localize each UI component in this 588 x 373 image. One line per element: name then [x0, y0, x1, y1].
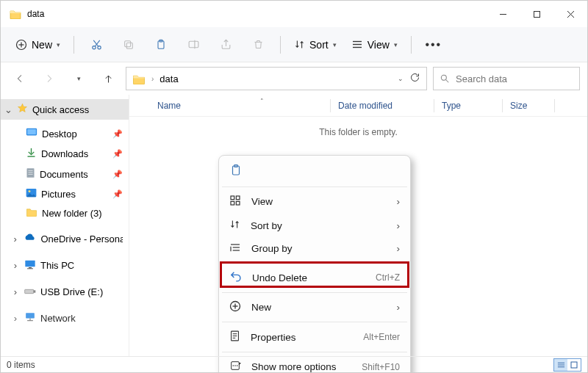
maximize-button[interactable] [520, 1, 553, 27]
context-menu-label: Sort by [251, 220, 387, 231]
chevron-right-icon: › [11, 260, 20, 271]
sidebar-item-label: Documents [40, 169, 88, 180]
context-menu-groupby[interactable]: Group by › [219, 237, 410, 260]
sidebar-item-usb[interactable]: › USB Drive (E:) [1, 283, 129, 301]
column-date[interactable]: Date modified [331, 96, 434, 115]
separator [222, 262, 407, 263]
desktop-icon [26, 128, 37, 140]
search-box[interactable]: Search data [433, 67, 580, 90]
rename-button[interactable] [179, 33, 208, 57]
pin-icon: 📌 [112, 129, 123, 139]
share-button[interactable] [211, 33, 240, 57]
svg-rect-15 [189, 41, 198, 48]
paste-icon[interactable] [229, 163, 243, 180]
sidebar-item-desktop[interactable]: Desktop 📌 [1, 124, 129, 143]
properties-icon [229, 330, 240, 344]
svg-point-21 [441, 75, 446, 80]
sidebar-item-thispc[interactable]: › This PC [1, 256, 129, 275]
svg-point-7 [92, 46, 95, 49]
group-icon [229, 242, 241, 255]
svg-rect-32 [25, 261, 35, 267]
sidebar-quick-access[interactable]: ⌄ Quick access [1, 99, 129, 120]
address-bar[interactable]: › data ⌄ [126, 67, 427, 90]
shortcut-hint: Ctrl+Z [376, 272, 400, 283]
context-menu-label: New [251, 302, 387, 313]
sidebar-item-newfolder[interactable]: New folder (3) [1, 203, 129, 222]
sidebar-item-onedrive[interactable]: › OneDrive - Personal [1, 230, 129, 248]
svg-rect-36 [34, 290, 36, 292]
sidebar-item-label: Desktop [42, 128, 77, 140]
chevron-down-icon: ▾ [333, 41, 337, 48]
large-icons-view-button[interactable] [567, 359, 581, 371]
address-path: data [159, 73, 392, 84]
plus-circle-icon [229, 300, 241, 314]
minimize-button[interactable] [486, 1, 520, 27]
sort-button[interactable]: Sort ▾ [288, 36, 343, 54]
chevron-right-icon: › [11, 286, 20, 297]
svg-rect-35 [25, 289, 34, 293]
more-button[interactable]: ••• [419, 33, 448, 57]
download-icon [26, 147, 37, 160]
column-name[interactable]: Name˄ [150, 96, 330, 115]
navigation-pane: ⌄ Quick access Desktop 📌 Downloads 📌 Doc… [1, 95, 129, 356]
delete-button[interactable] [243, 33, 273, 57]
grid-icon [229, 195, 241, 209]
sidebar-item-label: This PC [40, 260, 74, 271]
thispc-icon [24, 259, 36, 272]
pictures-icon [26, 188, 37, 200]
context-menu-sortby[interactable]: Sort by › [219, 214, 410, 237]
svg-line-22 [446, 80, 449, 83]
separator [74, 36, 74, 54]
svg-point-8 [97, 46, 100, 49]
svg-point-31 [29, 190, 31, 192]
chevron-right-icon: › [397, 302, 401, 313]
close-button[interactable] [553, 1, 587, 27]
sidebar-item-downloads[interactable]: Downloads 📌 [1, 143, 129, 164]
new-button[interactable]: New ▾ [10, 36, 66, 54]
search-icon [440, 73, 450, 84]
context-menu-view[interactable]: View › [219, 189, 410, 214]
context-menu-properties[interactable]: Properties Alt+Enter [219, 325, 410, 350]
svg-rect-64 [571, 362, 577, 368]
undo-icon [229, 270, 242, 285]
details-view-button[interactable] [554, 359, 567, 371]
sort-label: Sort [309, 39, 329, 51]
paste-button[interactable] [146, 33, 176, 57]
view-button[interactable]: View ▾ [345, 36, 404, 54]
back-button[interactable] [8, 67, 32, 90]
context-menu-label: Undo Delete [252, 272, 365, 283]
sidebar-item-network[interactable]: › Network [1, 308, 129, 327]
up-button[interactable] [96, 67, 120, 90]
window-controls [486, 1, 587, 27]
sort-icon [229, 219, 240, 232]
copy-button[interactable] [114, 33, 143, 57]
context-menu-new[interactable]: New › [219, 295, 410, 319]
column-size[interactable]: Size [503, 96, 554, 115]
status-item-count: 0 items [7, 360, 35, 370]
context-menu-label: View [251, 196, 387, 207]
chevron-down-icon: ⌄ [4, 104, 12, 115]
pin-icon: 📌 [112, 189, 123, 199]
recent-locations-button[interactable]: ▾ [67, 67, 90, 90]
svg-rect-43 [236, 196, 240, 200]
forward-button[interactable] [37, 67, 61, 90]
plus-circle-icon [15, 39, 27, 51]
column-type[interactable]: Type [434, 96, 502, 115]
sidebar-item-pictures[interactable]: Pictures 📌 [1, 184, 129, 203]
context-menu-label: Properties [251, 332, 353, 343]
chevron-right-icon: › [11, 233, 19, 245]
svg-rect-11 [126, 43, 132, 48]
chevron-right-icon: › [151, 75, 154, 83]
svg-rect-24 [27, 129, 36, 134]
chevron-down-icon[interactable]: ⌄ [398, 75, 404, 82]
sidebar-item-documents[interactable]: Documents 📌 [1, 164, 129, 184]
sidebar-item-label: Pictures [41, 189, 76, 200]
folder-icon [132, 73, 146, 84]
refresh-button[interactable] [409, 72, 420, 86]
separator [222, 186, 407, 187]
chevron-right-icon: › [397, 220, 401, 231]
folder-icon [26, 207, 37, 219]
cut-button[interactable] [82, 33, 111, 57]
sidebar-item-label: Quick access [32, 104, 89, 115]
context-menu-undo-delete[interactable]: Undo Delete Ctrl+Z [219, 265, 410, 290]
